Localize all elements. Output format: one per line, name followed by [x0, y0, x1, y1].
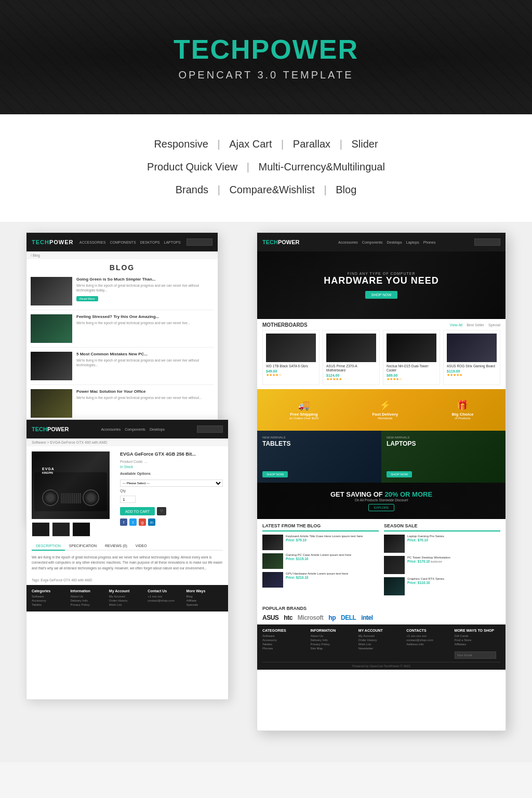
store-nav-desktops[interactable]: Desktops	[387, 241, 402, 244]
product-card: WD 1TB Black SATA 6 Gb/s $49.00 ★★★★☆	[262, 330, 320, 385]
footer-col-account: My Account My Account Order History Wish…	[109, 589, 145, 607]
footer-link[interactable]: Delivery Info	[70, 599, 107, 602]
arrival-shop-button[interactable]: SHOP NOW	[262, 471, 288, 477]
blog-mini-image	[262, 572, 283, 588]
footer-link[interactable]: Wish List	[358, 643, 404, 646]
blog-read-more-button[interactable]: Read More	[76, 296, 98, 301]
blog-mini-item: Keyboard Article Title Goes Here Lorem i…	[262, 535, 379, 550]
tab-specification[interactable]: SPECIFICATION	[65, 542, 101, 551]
googleplus-share-icon[interactable]: g	[139, 518, 146, 526]
tab-description[interactable]: DESCRIPTION	[32, 542, 65, 551]
store-shop-now-button[interactable]: SHOP NOW	[365, 291, 398, 299]
product-card-image	[447, 334, 497, 362]
footer-link[interactable]: Order History	[109, 599, 145, 602]
footer-link[interactable]: Privacy Policy	[70, 603, 107, 606]
product-option-select[interactable]: --- Please Select ---	[120, 480, 223, 487]
footer-link[interactable]: Accessory	[262, 639, 308, 642]
tab-video[interactable]: VIDEO	[131, 542, 151, 551]
footer-link[interactable]: contact@shop.com	[148, 599, 184, 602]
feature-quick-view: Product Quick View	[147, 161, 237, 172]
footer-link[interactable]: Accessory	[32, 599, 68, 602]
footer-link[interactable]: Specials	[187, 603, 223, 606]
footer-link[interactable]: Find a Store	[455, 639, 500, 642]
footer-link[interactable]: Affiliates	[455, 643, 500, 646]
footer-link[interactable]: Gift Cards	[455, 634, 500, 637]
footer-link[interactable]: Affiliate	[187, 599, 223, 602]
product-nav-item[interactable]: Accessories	[101, 428, 121, 431]
product-quantity-input[interactable]	[120, 496, 136, 503]
explore-button[interactable]: EXPLORE	[368, 504, 394, 511]
tab-view-all[interactable]: View All	[450, 323, 462, 327]
store-nav-components[interactable]: Components	[362, 241, 383, 244]
product-thumb[interactable]	[72, 522, 90, 537]
facebook-share-icon[interactable]: f	[120, 518, 127, 526]
tab-special[interactable]: Special	[488, 323, 500, 327]
store-nav: Accessories Components Desktops Laptops …	[338, 241, 435, 244]
blog-post-image	[31, 314, 72, 343]
footer-link[interactable]: Wish List	[109, 603, 145, 606]
footer-link[interactable]: My Account	[109, 595, 145, 598]
product-search-input[interactable]	[197, 425, 223, 433]
product-thumb[interactable]	[32, 522, 50, 537]
blog-nav-item[interactable]: Accessories	[79, 241, 106, 244]
store-nav-laptops[interactable]: Laptops	[406, 241, 419, 244]
footer-grid: Categories Software Accessory Tablets In…	[32, 589, 223, 607]
footer-link[interactable]: Phones	[262, 647, 308, 650]
wishlist-button[interactable]: ♡	[157, 507, 166, 515]
product-card-name: ASUS ROG Strix Gaming Board	[447, 364, 497, 368]
feature-parallax: Parallax	[293, 138, 330, 150]
footer-link[interactable]: Tablets	[32, 603, 68, 606]
product-nav-item[interactable]: Components	[125, 428, 145, 431]
tab-reviews[interactable]: REVIEWS (0)	[101, 542, 131, 551]
product-thumb[interactable]	[52, 522, 70, 537]
blog-nav-item[interactable]: Desktops	[140, 241, 160, 244]
dell-brand-logo[interactable]: DELL	[341, 614, 356, 621]
footer-link[interactable]: Blog	[187, 595, 223, 598]
sale-item-text: PC Tower Desktop WorkstationPrice: $170.…	[407, 556, 450, 574]
footer-link[interactable]: Order History	[358, 639, 404, 642]
store-header: TECHPOWER Accessories Components Desktop…	[257, 233, 506, 251]
footer-link[interactable]: Software	[262, 634, 308, 637]
store-search-input[interactable]	[474, 238, 500, 246]
product-name: EVGA GeForce GTX 4GB 256 Bit...	[120, 451, 223, 458]
product-gallery: EVGA KINGPIN	[32, 451, 115, 537]
footer-link[interactable]: Software	[32, 595, 68, 598]
arrival-shop-button[interactable]: SHOP NOW	[387, 471, 412, 477]
blog-breadcrumb: / Blog	[26, 251, 218, 259]
twitter-share-icon[interactable]: t	[129, 518, 137, 526]
footer-link[interactable]: Newsletter	[358, 647, 404, 650]
footer-link[interactable]: About Us	[70, 595, 107, 598]
promo-banner: 🚚 Free Shipping on Orders Over $100 ⚡ Fa…	[257, 389, 506, 431]
intel-brand-logo[interactable]: intel	[361, 614, 373, 621]
asus-brand-logo[interactable]: ASUS	[262, 614, 278, 621]
linkedin-share-icon[interactable]: in	[148, 518, 155, 526]
blog-mini-text: Keyboard Article Title Goes Here Lorem i…	[286, 535, 363, 550]
blog-search-input[interactable]	[187, 238, 212, 246]
product-tabs: DESCRIPTION SPECIFICATION REVIEWS (0) VI…	[26, 542, 228, 575]
store-nav-phones[interactable]: Phones	[423, 241, 436, 244]
product-availability: In Stock	[120, 465, 223, 469]
blog-nav-item[interactable]: Components	[110, 241, 136, 244]
blog-post-desc: We're living in the epoch of great techn…	[76, 321, 214, 325]
footer-link[interactable]: Delivery Info	[310, 639, 356, 642]
footer-link[interactable]: Privacy Policy	[310, 643, 356, 646]
hp-brand-logo[interactable]: hp	[328, 614, 336, 621]
blog-nav-item[interactable]: Laptops	[164, 241, 181, 244]
footer-link[interactable]: Site Map	[310, 647, 356, 650]
footer-email-link[interactable]: contact@shop.com	[406, 639, 452, 642]
add-to-cart-button[interactable]: ADD TO CART	[120, 507, 155, 515]
features-section: Responsive | Ajax Cart | Parallax | Slid…	[0, 114, 532, 222]
footer-link[interactable]: Tablets	[262, 643, 308, 646]
htc-brand-logo[interactable]: htc	[284, 614, 292, 621]
microsoft-brand-logo[interactable]: Microsoft	[298, 614, 324, 621]
footer-link[interactable]: My Account	[358, 634, 404, 637]
tab-best-seller[interactable]: Best Seller	[467, 323, 484, 327]
footer-link[interactable]: About Us	[310, 634, 356, 637]
newsletter-email-input[interactable]	[455, 651, 496, 659]
blog-post-image	[31, 277, 72, 305]
product-body: EVGA KINGPIN	[26, 446, 228, 542]
product-card-name: Noctua NH-D15 Dual-Tower Cooler	[387, 364, 436, 373]
blog-post-text: 5 Most Common Mistakes New PC... We're l…	[76, 352, 214, 380]
product-nav-item[interactable]: Desktops	[150, 428, 165, 431]
store-nav-accessories[interactable]: Accessories	[338, 241, 358, 244]
